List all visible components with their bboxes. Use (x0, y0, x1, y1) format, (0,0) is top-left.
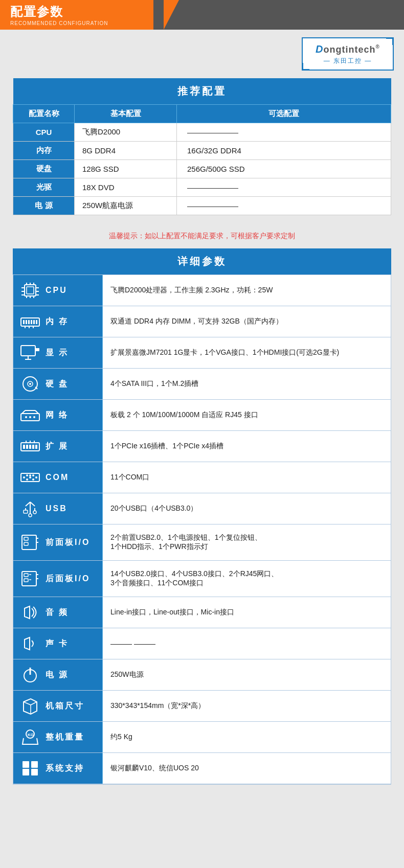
detail-row-com: COM 11个COM口 (13, 462, 391, 493)
detail-row-network: 网 络 板载 2 个 10M/100M/1000M 自适应 RJ45 接口 (13, 400, 391, 431)
detail-label-audio-text: 音 频 (46, 607, 69, 618)
detail-row-os: 系统支持 银河麒麟V10、统信UOS 20 (13, 753, 391, 784)
detail-label-expand: 扩 展 (13, 431, 103, 462)
audio-icon (18, 602, 41, 623)
row-label-memory: 内存 (13, 142, 75, 160)
svg-line-59 (30, 502, 35, 506)
svg-point-36 (25, 416, 27, 418)
display-icon (18, 342, 41, 363)
svg-point-55 (29, 474, 31, 476)
svg-point-37 (29, 416, 31, 418)
svg-marker-77 (25, 606, 30, 619)
svg-marker-82 (24, 699, 37, 714)
detail-label-com-text: COM (46, 473, 69, 482)
svg-rect-91 (31, 769, 38, 775)
header-banner: 配置参数 RECOMMENDED CONFIGURATION (0, 0, 404, 30)
detail-label-weight-text: 整机重量 (46, 732, 84, 743)
detail-row-rear-panel: 后面板I/O 14个USB2.0接口、4个USB3.0接口、2个RJ45网口、 … (13, 561, 391, 597)
row-optional-memory: 16G/32G DDR4 (177, 142, 391, 160)
detail-row-power: 电 源 250W电源 (13, 659, 391, 691)
svg-rect-40 (23, 445, 25, 449)
detail-value-expand: 1个PCIe x16插槽、1个PCIe x4插槽 (103, 431, 391, 462)
detail-value-display: 扩展景嘉微JM7201 1G显卡，1个VGA接口、1个HDMI接口(可选2G显卡… (103, 337, 391, 368)
col-header-basic: 基本配置 (75, 105, 177, 123)
detail-label-display-text: 显 示 (46, 348, 69, 358)
detail-value-hdd: 4个SATA III口，1个M.2插槽 (103, 369, 391, 399)
detail-label-network-text: 网 络 (46, 410, 69, 421)
detail-label-soundcard-text: 声 卡 (46, 638, 69, 649)
table-row: 电 源 250W航嘉电源 (13, 197, 391, 215)
header-title-zh: 配置参数 (10, 4, 108, 20)
detail-label-audio: 音 频 (13, 597, 103, 628)
svg-rect-20 (36, 320, 37, 324)
svg-point-50 (26, 474, 28, 476)
power-icon (18, 665, 41, 685)
row-basic-memory: 8G DDR4 (75, 142, 177, 160)
soundcard-icon (18, 633, 41, 654)
svg-text:KG: KG (28, 733, 34, 737)
row-optional-hdd: 256G/500G SSD (177, 160, 391, 178)
detail-label-rear-panel: 后面板I/O (13, 561, 103, 597)
svg-point-49 (23, 476, 25, 478)
detail-label-cpu-text: CPU (46, 286, 68, 295)
svg-rect-24 (21, 346, 35, 356)
cpu-icon (18, 280, 41, 301)
network-icon (18, 405, 41, 425)
logo-main: Dongtintech® (316, 42, 380, 56)
svg-rect-66 (24, 537, 28, 540)
expand-icon (18, 436, 41, 456)
header-title-en: RECOMMENDED CONFIGURATION (10, 20, 108, 26)
detail-label-memory-text: 内 存 (46, 316, 69, 327)
svg-point-54 (26, 478, 28, 481)
detail-row-memory: 内 存 双通道 DDR4 内存 DIMM，可支持 32GB（国产内存） (13, 306, 391, 337)
detail-value-usb: 20个USB口（4个USB3.0） (103, 493, 391, 524)
detail-label-network: 网 络 (13, 400, 103, 430)
svg-point-38 (33, 416, 35, 418)
front-panel-icon (18, 532, 41, 553)
detail-label-os: 系统支持 (13, 753, 103, 784)
svg-line-84 (31, 702, 37, 705)
row-optional-cpu (177, 123, 391, 142)
detail-label-front-panel-text: 前面板I/O (46, 537, 90, 548)
chassis-icon (18, 696, 41, 716)
svg-rect-15 (23, 320, 25, 324)
col-header-name: 配置名称 (13, 105, 75, 123)
svg-rect-89 (31, 761, 38, 768)
svg-rect-16 (26, 320, 27, 324)
detail-label-weight: KG 整机重量 (13, 722, 103, 752)
recommend-title: 推荐配置 (13, 78, 391, 105)
hdd-icon (18, 374, 41, 394)
svg-rect-18 (31, 320, 32, 324)
main-wrapper: 推荐配置 配置名称 基本配置 可选配置 CPU 飞腾D2000 内存 8G DD… (0, 78, 404, 797)
detail-value-memory: 双通道 DDR4 内存 DIMM，可支持 32GB（国产内存） (103, 306, 391, 337)
detail-value-chassis: 330*343*154mm（宽*深*高） (103, 691, 391, 721)
svg-rect-41 (26, 445, 28, 449)
detail-value-power: 250W电源 (103, 659, 391, 690)
svg-point-53 (35, 476, 37, 478)
detail-value-weight: 约5 Kg (103, 722, 391, 752)
row-label-optical: 光驱 (13, 178, 75, 197)
recommend-title-row: 推荐配置 (13, 78, 391, 105)
svg-rect-72 (24, 579, 28, 582)
detail-label-expand-text: 扩 展 (46, 441, 69, 452)
detail-label-usb: USB (13, 493, 103, 524)
svg-rect-61 (24, 510, 28, 513)
svg-line-83 (24, 702, 31, 705)
svg-point-56 (32, 478, 34, 481)
detail-label-hdd-text: 硬 盘 (46, 379, 69, 390)
detail-label-usb-text: USB (46, 504, 68, 513)
table-row: CPU 飞腾D2000 (13, 123, 391, 142)
detail-label-power: 电 源 (13, 659, 103, 690)
row-basic-cpu: 飞腾D2000 (75, 123, 177, 142)
row-label-cpu: CPU (13, 123, 75, 142)
svg-rect-27 (35, 348, 39, 351)
detail-value-front-panel: 2个前置USB2.0、1个电源按钮、1个复位按钮、 1个HDD指示、1个PWR指… (103, 524, 391, 560)
svg-rect-17 (28, 320, 30, 324)
svg-rect-88 (23, 761, 29, 768)
rear-panel-icon (18, 568, 41, 589)
svg-point-52 (32, 474, 34, 476)
svg-marker-79 (25, 637, 30, 650)
detail-label-front-panel: 前面板I/O (13, 524, 103, 560)
table-row: 内存 8G DDR4 16G/32G DDR4 (13, 142, 391, 160)
detail-row-audio: 音 频 Line-in接口，Line-out接口，Mic-in接口 (13, 597, 391, 628)
